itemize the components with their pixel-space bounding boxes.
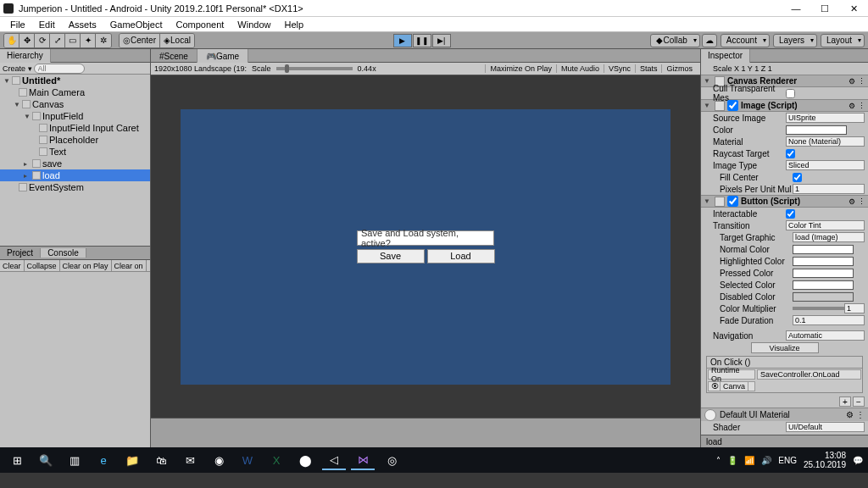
tree-item[interactable]: Text — [49, 147, 66, 157]
menu-component[interactable]: Component — [170, 19, 229, 30]
scene-name[interactable]: Untitled* — [22, 75, 60, 86]
menu-help[interactable]: Help — [279, 19, 309, 30]
pressed-color-swatch[interactable] — [793, 269, 854, 278]
gear-icon[interactable]: ⚙ ⋮ — [849, 102, 865, 110]
resolution-dropdown[interactable]: 1920x1080 Landscape (19: — [154, 64, 247, 73]
tree-item[interactable]: EventSystem — [29, 182, 84, 192]
tree-item[interactable]: Canvas — [32, 99, 64, 109]
hierarchy-tree[interactable]: ▼Untitled* Main Camera ▼Canvas ▼InputFie… — [0, 75, 150, 246]
app2-icon[interactable]: ◎ — [380, 450, 403, 470]
hierarchy-tab[interactable]: Hierarchy — [0, 49, 51, 63]
transform-tool-icon[interactable]: ✦ — [81, 34, 96, 47]
collab-dropdown[interactable]: ◆ Collab — [650, 34, 699, 47]
multiplier-slider[interactable] — [793, 307, 844, 310]
function-dropdown[interactable]: SaveController.OnLoad — [757, 369, 861, 380]
clock[interactable]: 13:08 25.10.2019 — [804, 451, 846, 469]
source-image-field[interactable]: UISprite — [786, 113, 865, 123]
hierarchy-search[interactable] — [34, 64, 85, 74]
maximize-button[interactable]: ☐ — [810, 0, 839, 17]
opt-vsync[interactable]: VSync — [604, 64, 635, 73]
project-tab[interactable]: Project — [0, 248, 41, 258]
selected-color-swatch[interactable] — [793, 280, 854, 290]
raycast-checkbox[interactable] — [786, 149, 795, 158]
step-button[interactable]: ▶| — [432, 34, 451, 47]
pause-button[interactable]: ❚❚ — [413, 34, 431, 47]
store-icon[interactable]: 🛍 — [149, 450, 173, 470]
remove-event-button[interactable]: − — [853, 396, 865, 407]
console-collapse[interactable]: Collapse — [25, 260, 60, 271]
component-button[interactable]: ▼Button (Script)⚙ ⋮ — [701, 195, 868, 208]
gear-icon[interactable]: ⚙ ⋮ — [846, 410, 865, 419]
game-tab[interactable]: 🎮 Game — [198, 49, 248, 63]
button-enable-checkbox[interactable] — [727, 196, 738, 207]
play-button[interactable]: ▶ — [393, 34, 412, 47]
console-clear-on-build[interactable]: Clear on — [112, 260, 147, 271]
tree-item[interactable]: InputField — [42, 111, 83, 121]
scene-tab[interactable]: # Scene — [151, 49, 198, 63]
material-field[interactable]: None (Material) — [786, 136, 865, 147]
target-graphic-field[interactable]: load (Image) — [793, 232, 865, 242]
inspector-tab[interactable]: Inspector — [701, 49, 750, 63]
visualstudio-icon[interactable]: ⋈ — [351, 450, 375, 470]
scale-slider[interactable] — [285, 64, 289, 73]
menu-gameobject[interactable]: GameObject — [105, 19, 168, 30]
game-load-button[interactable]: Load — [427, 249, 495, 263]
tree-item[interactable]: save — [42, 158, 62, 169]
material-section[interactable]: Default UI Material ⚙ ⋮ — [701, 408, 868, 421]
tray-chevron-icon[interactable]: ˄ — [716, 456, 721, 465]
rect-tool-icon[interactable]: ▭ — [65, 34, 81, 47]
interactable-checkbox[interactable] — [786, 209, 795, 219]
console-clear[interactable]: Clear — [0, 260, 25, 271]
hand-tool-icon[interactable]: ✋ — [4, 34, 19, 47]
app-icon[interactable]: ⬤ — [293, 450, 317, 470]
fade-field[interactable]: 0.1 — [793, 315, 865, 325]
ppu-field[interactable]: 1 — [793, 184, 865, 194]
tree-item-selected[interactable]: load — [42, 170, 60, 180]
disabled-color-swatch[interactable] — [793, 292, 854, 302]
word-icon[interactable]: W — [236, 450, 259, 470]
color-swatch[interactable] — [786, 125, 847, 135]
custom-tool-icon[interactable]: ✲ — [96, 34, 111, 47]
explorer-icon[interactable]: 📁 — [120, 450, 144, 470]
gear-icon[interactable]: ⚙ ⋮ — [849, 197, 865, 206]
excel-icon[interactable]: X — [264, 450, 288, 470]
cloud-icon[interactable]: ☁ — [702, 34, 717, 47]
tree-item[interactable]: Main Camera — [29, 87, 85, 97]
transition-dropdown[interactable]: Color Tint — [786, 220, 865, 230]
layout-dropdown[interactable]: Layout — [821, 34, 865, 47]
normal-color-swatch[interactable] — [793, 245, 854, 254]
pivot-toggle[interactable]: ◎ Center — [120, 34, 160, 47]
opt-mute[interactable]: Mute Audio — [556, 64, 604, 73]
battery-icon[interactable]: 🔋 — [727, 456, 737, 465]
gear-icon[interactable]: ⚙ ⋮ — [849, 77, 865, 86]
multiplier-field[interactable]: 1 — [844, 303, 865, 313]
mail-icon[interactable]: ✉ — [178, 450, 202, 470]
object-field[interactable]: ⦿ Canva — [708, 381, 755, 391]
account-dropdown[interactable]: Account — [721, 34, 770, 47]
rotate-tool-icon[interactable]: ⟳ — [35, 34, 50, 47]
task-view-icon[interactable]: ▥ — [63, 450, 86, 470]
menu-assets[interactable]: Assets — [64, 19, 102, 30]
cull-checkbox[interactable] — [786, 89, 795, 98]
highlighted-color-swatch[interactable] — [793, 257, 854, 266]
fill-center-checkbox[interactable] — [793, 173, 802, 182]
tree-item[interactable]: InputField Input Caret — [49, 123, 139, 133]
opt-stats[interactable]: Stats — [635, 64, 662, 73]
runtime-dropdown[interactable]: Runtime On — [708, 369, 755, 380]
navigation-dropdown[interactable]: Automatic — [786, 330, 865, 341]
scale-tool-icon[interactable]: ⤢ — [50, 34, 65, 47]
edge-icon[interactable]: e — [92, 450, 115, 470]
opt-maximize[interactable]: Maximize On Play — [485, 64, 556, 73]
menu-file[interactable]: File — [5, 19, 31, 30]
search-icon[interactable]: 🔍 — [34, 450, 58, 470]
image-type-dropdown[interactable]: Sliced — [786, 160, 865, 170]
shader-dropdown[interactable]: UI/Default — [786, 422, 865, 432]
create-dropdown[interactable]: Create ▾ — [3, 64, 32, 73]
system-tray[interactable]: ˄ 🔋 📶 🔊 ENG 13:08 25.10.2019 💬 — [716, 451, 863, 469]
language-indicator[interactable]: ENG — [778, 456, 797, 465]
visualize-button[interactable]: Visualize — [751, 342, 819, 353]
space-toggle[interactable]: ◈ Local — [160, 34, 194, 47]
menu-window[interactable]: Window — [232, 19, 275, 30]
wifi-icon[interactable]: 📶 — [744, 456, 754, 465]
layers-dropdown[interactable]: Layers — [773, 34, 817, 47]
